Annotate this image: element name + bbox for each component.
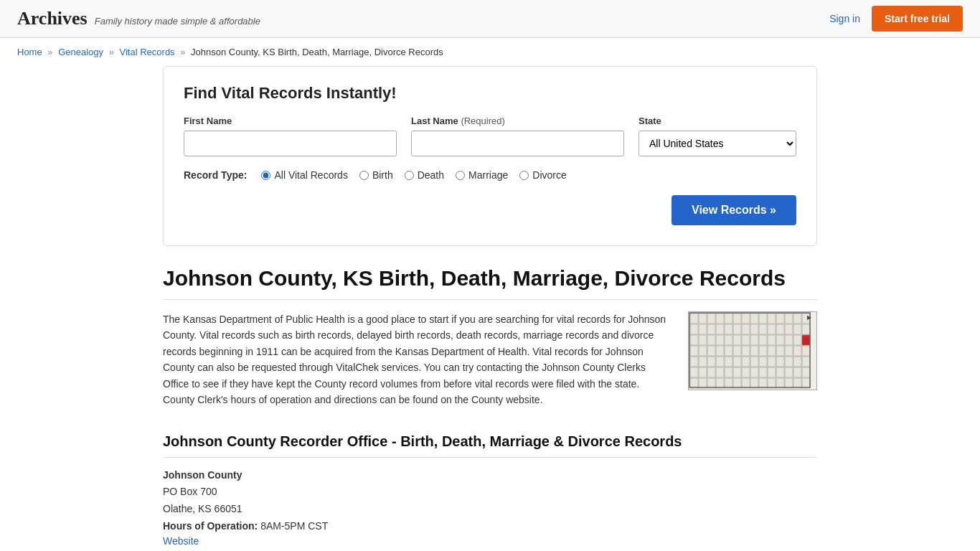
breadcrumb-current: Johnson County, KS Birth, Death, Marriag… <box>191 47 443 57</box>
svg-rect-48 <box>733 346 741 356</box>
start-trial-button[interactable]: Start free trial <box>872 6 963 32</box>
svg-rect-54 <box>785 346 793 356</box>
svg-rect-58 <box>699 357 707 367</box>
svg-rect-66 <box>768 357 776 367</box>
svg-rect-69 <box>793 357 801 367</box>
svg-rect-10 <box>768 314 776 324</box>
svg-rect-39 <box>776 335 784 345</box>
description-section: The Kansas Department of Public Health i… <box>163 311 817 408</box>
svg-rect-59 <box>707 357 715 367</box>
svg-rect-62 <box>733 357 741 367</box>
svg-rect-75 <box>725 367 732 377</box>
svg-rect-72 <box>699 367 707 377</box>
svg-rect-82 <box>785 367 793 377</box>
svg-rect-65 <box>759 357 767 367</box>
view-records-row: View Records » <box>184 195 796 225</box>
hours-line: Hours of Operation: 8AM-5PM CST <box>163 518 817 535</box>
svg-rect-47 <box>725 346 732 356</box>
radio-all[interactable]: All Vital Records <box>261 169 347 181</box>
svg-rect-35 <box>742 335 750 345</box>
office-address: PO Box 700 Olathe, KS 66051 Hours of Ope… <box>163 484 817 534</box>
svg-rect-3 <box>707 314 715 324</box>
svg-rect-31 <box>707 335 715 345</box>
record-type-row: Record Type: All Vital RecordsBirthDeath… <box>184 169 796 181</box>
svg-rect-34 <box>733 335 741 345</box>
svg-rect-45 <box>707 346 715 356</box>
hours-value: 8AM-5PM CST <box>260 520 328 532</box>
svg-rect-56 <box>802 346 810 356</box>
radio-marriage[interactable]: Marriage <box>456 169 508 181</box>
required-note: (Required) <box>461 116 504 126</box>
svg-rect-12 <box>785 314 793 324</box>
svg-rect-4 <box>716 314 724 324</box>
website-link[interactable]: Website <box>163 535 199 547</box>
svg-rect-2 <box>699 314 707 324</box>
site-header: Archives Family history made simple & af… <box>0 0 980 38</box>
record-type-label: Record Type: <box>184 169 247 181</box>
svg-rect-24 <box>768 324 776 334</box>
svg-rect-83 <box>793 367 801 377</box>
record-type-radio-group: All Vital RecordsBirthDeathMarriageDivor… <box>261 169 566 181</box>
svg-rect-21 <box>742 324 750 334</box>
header-logo-area: Archives Family history made simple & af… <box>17 8 260 29</box>
last-name-field-group: Last Name (Required) <box>411 116 624 156</box>
svg-rect-28 <box>802 324 810 334</box>
state-field-group: State All United StatesAlabamaAlaskaAriz… <box>639 116 796 156</box>
svg-rect-98 <box>802 378 810 388</box>
svg-rect-1 <box>690 314 698 324</box>
state-select[interactable]: All United StatesAlabamaAlaskaArizonaArk… <box>639 131 796 156</box>
state-label: State <box>639 116 796 126</box>
svg-rect-96 <box>785 378 793 388</box>
breadcrumb-sep-3: » <box>180 47 185 57</box>
breadcrumb-genealogy[interactable]: Genealogy <box>58 47 103 57</box>
svg-rect-8 <box>750 314 758 324</box>
breadcrumb-vital-records[interactable]: Vital Records <box>120 47 175 57</box>
breadcrumb-home[interactable]: Home <box>17 47 42 57</box>
main-content: Find Vital Records Instantly! First Name… <box>146 66 834 551</box>
svg-rect-87 <box>707 378 715 388</box>
svg-rect-13 <box>793 314 801 324</box>
svg-rect-46 <box>716 346 724 356</box>
svg-rect-6 <box>733 314 741 324</box>
svg-rect-93 <box>759 378 767 388</box>
first-name-input[interactable] <box>184 131 397 156</box>
svg-rect-57 <box>690 357 698 367</box>
svg-rect-9 <box>759 314 767 324</box>
svg-rect-7 <box>742 314 750 324</box>
page-title: Johnson County, KS Birth, Death, Marriag… <box>163 266 817 300</box>
breadcrumb-sep-1: » <box>47 47 52 57</box>
svg-rect-78 <box>750 367 758 377</box>
svg-rect-86 <box>699 378 707 388</box>
svg-rect-41 <box>793 335 801 345</box>
radio-divorce[interactable]: Divorce <box>519 169 566 181</box>
header-actions: Sign in Start free trial <box>829 6 963 32</box>
svg-rect-22 <box>750 324 758 334</box>
svg-rect-11 <box>776 314 784 324</box>
svg-rect-25 <box>776 324 784 334</box>
svg-rect-44 <box>699 346 707 356</box>
svg-rect-95 <box>776 378 784 388</box>
search-fields: First Name Last Name (Required) State Al… <box>184 116 796 156</box>
radio-birth[interactable]: Birth <box>359 169 393 181</box>
svg-rect-99 <box>802 335 810 345</box>
first-name-field-group: First Name <box>184 116 397 156</box>
svg-rect-61 <box>725 357 732 367</box>
svg-rect-84 <box>802 367 810 377</box>
last-name-input[interactable] <box>411 131 624 156</box>
svg-rect-52 <box>768 346 776 356</box>
description-text: The Kansas Department of Public Health i… <box>163 311 671 408</box>
search-box-title: Find Vital Records Instantly! <box>184 84 796 103</box>
office-name: Johnson County <box>163 469 817 481</box>
sign-in-link[interactable]: Sign in <box>829 13 860 24</box>
svg-rect-70 <box>802 357 810 367</box>
svg-rect-73 <box>707 367 715 377</box>
view-records-button[interactable]: View Records » <box>672 195 796 225</box>
svg-rect-76 <box>733 367 741 377</box>
svg-rect-19 <box>725 324 732 334</box>
svg-rect-26 <box>785 324 793 334</box>
radio-death[interactable]: Death <box>405 169 444 181</box>
svg-rect-88 <box>716 378 724 388</box>
svg-rect-64 <box>750 357 758 367</box>
first-name-label: First Name <box>184 116 397 126</box>
svg-rect-30 <box>699 335 707 345</box>
